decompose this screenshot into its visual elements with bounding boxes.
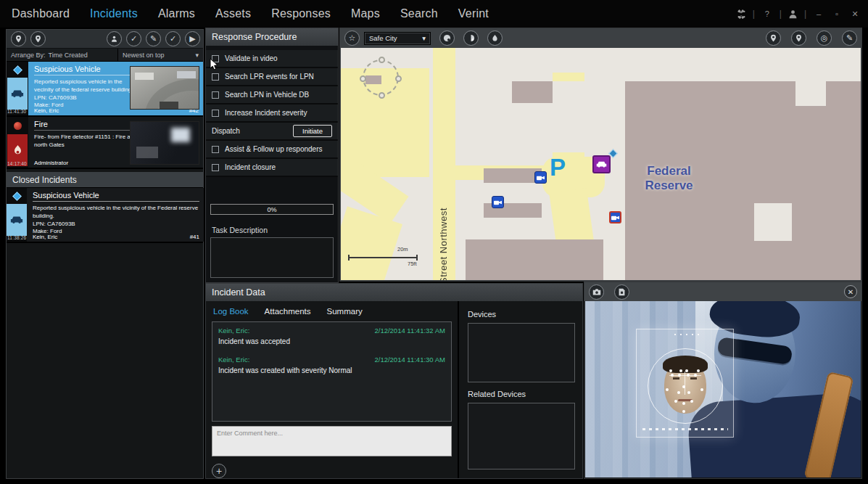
task-dispatch[interactable]: Dispatch Initiate: [206, 123, 338, 141]
nav-incidents[interactable]: Incidents: [90, 7, 138, 20]
target-icon[interactable]: ◎: [817, 30, 832, 46]
incident-card-fire[interactable]: 14:17:40 Fire Fire- from Fire detector #…: [7, 117, 203, 169]
task-search-lpr-events[interactable]: Search LPR events for LPN: [206, 68, 338, 86]
checkbox[interactable]: [212, 91, 219, 99]
task-description-box[interactable]: [210, 237, 334, 278]
landmark-line: [669, 375, 701, 376]
video-close-button[interactable]: ✕: [844, 285, 857, 298]
closed-incident-card[interactable]: 11:38:26 Suspicious Vehicle Reported sus…: [7, 188, 203, 243]
layer-half-icon[interactable]: [463, 30, 479, 46]
snapshot-icon[interactable]: [614, 284, 629, 300]
pin-badge-icon[interactable]: [766, 30, 781, 46]
map-courtyard: [795, 81, 826, 106]
user-icon[interactable]: [788, 9, 798, 19]
incident-data-tabs: Log Book Attachments Summary: [213, 307, 452, 316]
arrange-by-value[interactable]: Time Created: [49, 52, 88, 59]
vehicle-icon: [7, 78, 28, 110]
assign-user-icon[interactable]: [107, 31, 122, 46]
sort-dropdown[interactable]: Newest on top ▾: [117, 49, 203, 61]
devices-list[interactable]: [468, 323, 575, 382]
arrange-bar: Arrange By: Time Created Newest on top ▾: [7, 49, 203, 62]
layer-drop-icon[interactable]: [487, 30, 503, 46]
map-scale-meters: 20m: [397, 246, 408, 253]
camera-icon[interactable]: [589, 284, 604, 300]
log-book-list[interactable]: Kein, Eric: 2/12/2014 11:41:32 AM Incide…: [212, 321, 452, 422]
incident-video-thumbnail[interactable]: [130, 121, 199, 165]
incident-description: Reported suspicious vehicle in the vicin…: [33, 205, 199, 236]
task-label: Search LPN in Vehicle DB: [225, 91, 309, 99]
tab-summary[interactable]: Summary: [327, 307, 363, 316]
incident-data-devices: Devices Related Devices: [460, 301, 582, 478]
map-preset-value: Safe City: [369, 34, 397, 42]
incidents-toolbar: ✓ ✎ ✓ ▶: [7, 30, 203, 49]
comment-input[interactable]: [212, 426, 452, 456]
nav-maps[interactable]: Maps: [351, 7, 380, 20]
incident-rail: 14:17:40: [7, 117, 28, 168]
add-comment-button[interactable]: +: [212, 464, 226, 478]
video-feed[interactable]: [585, 301, 861, 477]
layer-fill-icon[interactable]: [439, 30, 455, 46]
related-devices-list[interactable]: [468, 403, 575, 469]
nav-search[interactable]: Search: [400, 7, 438, 20]
initiate-button[interactable]: Initiate: [293, 125, 332, 137]
incident-description: Reported suspicious vehicle in the vecin…: [34, 78, 144, 110]
incident-video-thumbnail[interactable]: [130, 66, 199, 110]
progress-value: 0%: [267, 206, 276, 213]
map-camera-icon[interactable]: [492, 196, 504, 208]
help-icon[interactable]: ?: [761, 9, 773, 18]
nav-responses[interactable]: Responses: [271, 7, 331, 20]
accept-check-icon[interactable]: ✓: [126, 31, 141, 46]
map-preset-dropdown[interactable]: Safe City ▾: [364, 32, 431, 45]
minimize-button[interactable]: –: [813, 9, 824, 18]
map-camera-alert-icon[interactable]: [609, 211, 621, 223]
map-suspect-vehicle-icon[interactable]: [592, 155, 611, 173]
incident-user: Administrator: [34, 160, 68, 166]
response-procedure-panel: Response Procedure Validate in video Sea…: [205, 28, 339, 283]
task-increase-severity[interactable]: Increase Incident severity: [206, 104, 338, 123]
map-pin-icon[interactable]: [11, 31, 26, 46]
landmark-line: [685, 372, 685, 395]
related-devices-label: Related Devices: [468, 390, 575, 398]
favorites-star-icon[interactable]: ☆: [344, 30, 360, 46]
incident-user: Kein, Eric: [33, 234, 57, 240]
task-assist-followup[interactable]: Assist & Follow up responders: [206, 141, 338, 159]
checkbox[interactable]: [212, 164, 219, 171]
map-canvas[interactable]: Federal Reserve Street Northwest P 20m 7…: [341, 48, 861, 280]
devices-label: Devices: [468, 310, 575, 319]
nav-assets[interactable]: Assets: [215, 7, 251, 20]
closed-incidents-header[interactable]: Closed Incidents: [7, 172, 203, 188]
edit-pencil-icon[interactable]: ✎: [146, 31, 161, 46]
video-panel: ✕: [584, 282, 862, 479]
play-icon[interactable]: ▶: [185, 31, 200, 46]
nav-verint[interactable]: Verint: [458, 7, 489, 20]
incident-data-title: Incident Data: [206, 284, 582, 301]
task-search-lpn-vehicle-db[interactable]: Search LPN in Vehicle DB: [206, 86, 338, 104]
locate-pin-icon[interactable]: [30, 31, 46, 46]
map-building: [466, 239, 603, 280]
map-roundabout-marker: [363, 60, 399, 96]
nav-alarms[interactable]: Alarms: [158, 7, 195, 20]
sort-value: Newest on top: [123, 52, 165, 59]
complete-check-icon[interactable]: ✓: [165, 31, 181, 46]
nav-dashboard[interactable]: Dashboard: [12, 7, 70, 20]
map-toolbar: ☆ Safe City ▾ ◎ ✎: [340, 28, 861, 48]
checkbox[interactable]: [212, 146, 219, 153]
incident-title: Fire: [34, 120, 143, 131]
close-button[interactable]: ✕: [849, 9, 861, 19]
draw-pencil-icon[interactable]: ✎: [842, 30, 857, 46]
tab-log-book[interactable]: Log Book: [213, 307, 249, 316]
map-building-label: Federal Reserve: [631, 164, 707, 194]
tab-attachments[interactable]: Attachments: [265, 307, 311, 316]
tools-icon[interactable]: [737, 9, 746, 19]
pin-badge-icon-2[interactable]: [791, 30, 806, 46]
task-incident-closure[interactable]: Incident closure: [206, 159, 338, 177]
checkbox[interactable]: [212, 110, 219, 117]
incident-time: 11:38:26: [7, 235, 26, 240]
incident-card-suspicious-vehicle[interactable]: 11:41:30 Suspicious Vehicle Reported sus…: [7, 62, 203, 117]
map-camera-icon[interactable]: [534, 171, 547, 184]
checkbox[interactable]: [212, 73, 219, 81]
maximize-button[interactable]: ▫: [831, 9, 843, 18]
task-validate-in-video[interactable]: Validate in video: [206, 50, 338, 68]
incident-title: Suspicious Vehicle: [33, 191, 199, 202]
detected-face-mouth: [678, 399, 693, 401]
